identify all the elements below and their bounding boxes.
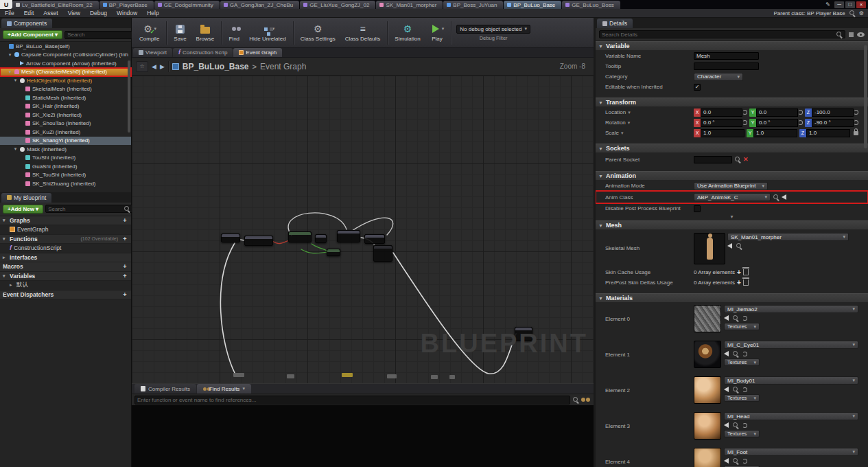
browse-to-asset-icon[interactable] xyxy=(732,350,739,357)
location-y-input[interactable]: 0.0 xyxy=(756,109,798,117)
component-tree-item[interactable]: ▾Mesh (CharacterMesh0) (Inherited) xyxy=(0,68,131,77)
blueprint-node[interactable] xyxy=(431,375,438,379)
window-tab-bp-boss-juyuan[interactable]: BP_Boss_JuYuan xyxy=(443,1,503,9)
expander-icon[interactable]: ▾ xyxy=(3,236,8,242)
add-icon[interactable]: + xyxy=(121,273,128,280)
component-tree-item[interactable]: StaticMesh (Inherited) xyxy=(0,93,131,102)
location-label[interactable]: Location▾ xyxy=(596,109,694,115)
details-scrollbar[interactable] xyxy=(864,45,867,148)
component-tree-item[interactable]: ▾HeldObjectRoot (Inherited) xyxy=(0,76,131,85)
component-tree-item[interactable]: SK_ShangYi (Inherited) xyxy=(0,137,131,146)
skeletal-mesh-dropdown[interactable]: SK_Man01_morpher▾ xyxy=(727,233,849,241)
browse-to-asset-icon[interactable] xyxy=(732,315,739,321)
location-z-input[interactable]: -100.0 xyxy=(812,109,854,117)
class-settings-button[interactable]: Class Settings xyxy=(296,18,340,47)
revert-icon[interactable] xyxy=(798,120,803,125)
search-icon[interactable] xyxy=(572,396,579,403)
rotation-z-input[interactable]: -90.0 ° xyxy=(812,119,854,127)
material-asset-dropdown[interactable]: MI_Head▾ xyxy=(724,412,858,420)
simulation-button[interactable]: Simulation xyxy=(390,18,425,47)
blueprint-node[interactable] xyxy=(233,373,244,377)
back-arrow-icon[interactable]: ◀ xyxy=(152,63,156,70)
myblueprint-macros[interactable]: Macros+ xyxy=(0,262,131,272)
reset-icon[interactable] xyxy=(742,352,747,356)
blueprint-node[interactable] xyxy=(315,234,327,243)
menu-view[interactable]: View xyxy=(63,9,85,18)
scale-z-input[interactable]: 1.0 xyxy=(806,129,850,137)
breadcrumb-root[interactable]: BP_BuLuo_Base xyxy=(183,62,249,71)
component-tree-item[interactable]: TouShi (Inherited) xyxy=(0,154,131,163)
class-defaults-button[interactable]: Class Defaults xyxy=(340,18,386,47)
chevron-down-icon[interactable]: ▾ xyxy=(272,26,275,32)
myblueprint-variables[interactable]: ▾Variables+ xyxy=(0,272,131,282)
material-thumbnail-foot[interactable] xyxy=(694,448,721,467)
trash-icon[interactable] xyxy=(743,280,749,286)
event-graph-canvas[interactable]: BLUEPRINT xyxy=(132,76,594,383)
tab-event-graph[interactable]: Event Graph xyxy=(233,48,282,57)
tab-compiler-results[interactable]: Compiler Results xyxy=(134,384,196,394)
myblueprint-functions[interactable]: ▾Functions(102 Overridable)+ xyxy=(0,235,131,244)
add-new-button[interactable]: +Add New ▾ xyxy=(3,205,43,214)
animation-mode-dropdown[interactable]: Use Animation Blueprint▾ xyxy=(694,182,768,190)
revert-icon[interactable] xyxy=(854,110,858,115)
reset-icon[interactable] xyxy=(742,316,747,321)
add-icon[interactable]: + xyxy=(121,291,128,298)
find-button[interactable]: Find xyxy=(224,18,244,47)
window-tab-ge-liuxue-gongzj-02[interactable]: GE_LiuXue_GongZJ_02 xyxy=(300,1,375,9)
forward-arrow-icon[interactable]: ▶ xyxy=(160,63,165,70)
material-thumbnail-body[interactable] xyxy=(694,376,721,404)
material-asset-dropdown[interactable]: MI_C_Eye01▾ xyxy=(724,341,858,349)
clear-socket-icon[interactable]: ✕ xyxy=(743,156,749,163)
browse-button[interactable]: Browse xyxy=(191,18,220,47)
details-tab[interactable]: Details xyxy=(597,19,633,28)
myblueprint-tab[interactable]: My Blueprint xyxy=(1,193,51,203)
rotation-y-input[interactable]: 0.0 ° xyxy=(756,119,798,127)
myblueprint-constructionscript[interactable]: fConstructionScript xyxy=(0,244,131,253)
tab-construction-scrip[interactable]: fConstruction Scrip xyxy=(173,48,233,57)
blueprint-node[interactable] xyxy=(364,234,385,244)
use-selected-asset-icon[interactable] xyxy=(724,458,729,464)
myblueprint-graphs[interactable]: ▾Graphs+ xyxy=(0,216,131,226)
skeletal-mesh-thumbnail[interactable] xyxy=(694,233,725,264)
breadcrumb-current[interactable]: Event Graph xyxy=(260,62,306,71)
window-tab-lv-battlefield-eliteroom-22[interactable]: Lv_Battlefield_EliteRoom_22 xyxy=(12,1,99,9)
menu-window[interactable]: Window xyxy=(112,9,142,18)
expander-icon[interactable]: ▾ xyxy=(3,273,8,279)
blueprint-node[interactable] xyxy=(287,374,294,378)
use-selected-asset-icon[interactable] xyxy=(724,387,729,392)
material-thumbnail-head[interactable] xyxy=(694,412,721,440)
revert-icon[interactable] xyxy=(742,120,747,125)
add-component-button[interactable]: +Add Component ▾ xyxy=(3,30,62,39)
expander-icon[interactable]: ▸ xyxy=(3,255,8,260)
lock-icon[interactable] xyxy=(854,131,858,135)
variable-name-input[interactable] xyxy=(694,52,759,60)
expander-icon[interactable]: ▸ xyxy=(10,282,14,288)
browse-to-asset-icon[interactable] xyxy=(732,457,739,464)
browse-to-asset-icon[interactable] xyxy=(732,386,739,393)
component-tree-item[interactable]: SK_Hair (Inherited) xyxy=(0,102,131,111)
material-asset-dropdown[interactable]: MI_Body01▾ xyxy=(724,376,858,385)
component-tree-item[interactable]: SK_ShouTao (Inherited) xyxy=(0,119,131,128)
blueprint-node[interactable] xyxy=(327,249,340,256)
use-selected-asset-icon[interactable] xyxy=(724,422,729,428)
editable-when-inherited-checkbox[interactable] xyxy=(694,84,701,91)
blueprint-node[interactable] xyxy=(387,374,397,378)
add-icon[interactable]: + xyxy=(121,263,128,270)
expander-icon[interactable]: ▾ xyxy=(13,146,18,152)
revert-icon[interactable] xyxy=(742,110,747,115)
tooltip-input[interactable] xyxy=(694,62,759,70)
rotation-x-input[interactable]: 0.0 ° xyxy=(701,119,742,127)
section-mesh[interactable]: ▼Mesh xyxy=(596,220,868,230)
revert-icon[interactable] xyxy=(798,110,803,115)
components-scrollbar[interactable] xyxy=(128,60,130,133)
window-tab-sk-man01-morpher[interactable]: SK_Man01_morpher xyxy=(376,1,443,9)
binoculars-icon[interactable] xyxy=(581,398,585,402)
material-thumbnail-eye[interactable] xyxy=(694,341,721,368)
location-x-input[interactable]: 0.0 xyxy=(701,109,742,117)
close-button[interactable]: × xyxy=(856,1,866,8)
tab-viewport[interactable]: Viewport xyxy=(133,48,172,57)
textures-button[interactable]: Textures▾ xyxy=(724,394,760,402)
use-selected-asset-icon[interactable] xyxy=(724,315,729,321)
property-matrix-icon[interactable] xyxy=(848,32,854,38)
blueprint-node[interactable] xyxy=(373,245,392,262)
